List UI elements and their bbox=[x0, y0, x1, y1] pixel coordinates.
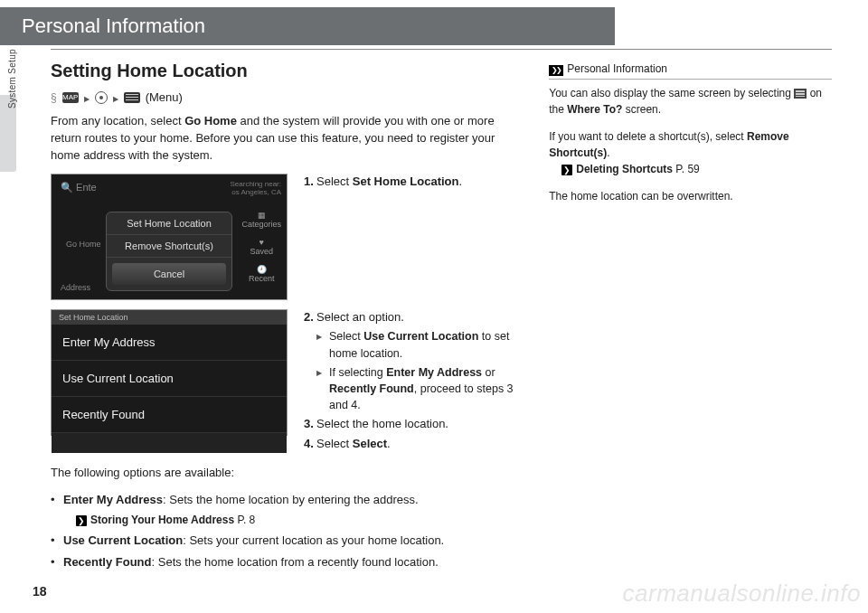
chapter-title: Personal Information bbox=[22, 14, 205, 37]
option-enter-address: Enter My Address: Sets the home location… bbox=[51, 491, 522, 509]
step-3: Select the home location. bbox=[304, 416, 522, 433]
ss2-item-current-location: Use Current Location bbox=[52, 361, 287, 397]
intro-paragraph: From any location, select Go Home and th… bbox=[51, 113, 522, 165]
ss1-searching-label: Searching near:os Angeles, CA bbox=[231, 180, 281, 196]
reference-icon bbox=[76, 514, 90, 526]
nav-icon: § bbox=[51, 91, 57, 104]
notes-heading: Personal Information bbox=[549, 61, 832, 80]
chevron-right-icon bbox=[113, 90, 118, 104]
step-4: Select Select. bbox=[304, 436, 522, 453]
notes-column: Personal Information You can also displa… bbox=[549, 61, 832, 574]
ss1-go-home: Go Home bbox=[66, 240, 101, 249]
watermark: carmanualsonline.info bbox=[623, 580, 861, 608]
step-2a: Select Use Current Location to set home … bbox=[304, 328, 522, 361]
ss1-search-prefix: 🔍 Ente bbox=[61, 182, 97, 193]
steps-block-1: Select Set Home Location. bbox=[304, 174, 522, 300]
note-p2: If you want to delete a shortcut(s), sel… bbox=[549, 128, 832, 177]
section-title: Setting Home Location bbox=[51, 61, 522, 81]
breadcrumb: § MAP (Menu) bbox=[51, 90, 522, 104]
option-current-location: Use Current Location: Sets your current … bbox=[51, 532, 522, 550]
ss1-popup: Set Home Location Remove Shortcut(s) Can… bbox=[106, 212, 232, 291]
reference-icon bbox=[561, 163, 576, 175]
option-recently-found: Recently Found: Sets the home location f… bbox=[51, 553, 522, 571]
ss1-address: Address bbox=[61, 283, 90, 292]
saved-icon: ♥Saved bbox=[241, 238, 281, 256]
main-column: Setting Home Location § MAP (Menu) From … bbox=[51, 61, 522, 574]
options-lead: The following options are available: bbox=[51, 465, 522, 482]
side-tab-label: System Setup bbox=[7, 49, 17, 108]
options-list: Enter My Address: Sets the home location… bbox=[51, 491, 522, 571]
popup-set-home: Set Home Location bbox=[107, 212, 231, 235]
ss2-item-enter-address: Enter My Address bbox=[52, 325, 287, 361]
chapter-header-band: Personal Information bbox=[0, 7, 615, 45]
step-2: Select an option. bbox=[304, 309, 522, 326]
step-2b: If selecting Enter My Address or Recentl… bbox=[304, 364, 522, 413]
option-ref-storing: Storing Your Home Address P. 8 bbox=[51, 512, 522, 528]
menu-icon bbox=[124, 92, 140, 103]
map-button-icon: MAP bbox=[62, 92, 79, 103]
page-number: 18 bbox=[33, 584, 47, 599]
screenshot-menu-popup: 🔍 Ente Searching near:os Angeles, CA ▦Ca… bbox=[51, 174, 288, 300]
ss2-empty-row bbox=[52, 433, 287, 453]
ss2-item-recently-found: Recently Found bbox=[52, 397, 287, 433]
chevron-right-icon bbox=[84, 90, 90, 104]
ss1-right-icons: ▦Categories ♥Saved 🕘Recent bbox=[241, 202, 281, 292]
breadcrumb-menu-text: (Menu) bbox=[146, 90, 183, 104]
popup-cancel: Cancel bbox=[112, 263, 226, 285]
notes-heading-icon bbox=[549, 62, 567, 75]
popup-remove-shortcut: Remove Shortcut(s) bbox=[107, 235, 231, 258]
categories-icon: ▦Categories bbox=[241, 211, 281, 229]
ss2-header: Set Home Location bbox=[52, 310, 287, 325]
menu-icon bbox=[794, 89, 807, 99]
step-1: Select Set Home Location. bbox=[304, 174, 522, 191]
steps-block-2: Select an option. Select Use Current Loc… bbox=[304, 309, 522, 456]
note-p1: You can also display the same screen by … bbox=[549, 85, 832, 118]
screenshot-set-home-list: Set Home Location Enter My Address Use C… bbox=[51, 309, 288, 436]
note-p3: The home location can be overwritten. bbox=[549, 188, 832, 204]
target-icon bbox=[95, 91, 108, 104]
recent-icon: 🕘Recent bbox=[241, 265, 281, 283]
